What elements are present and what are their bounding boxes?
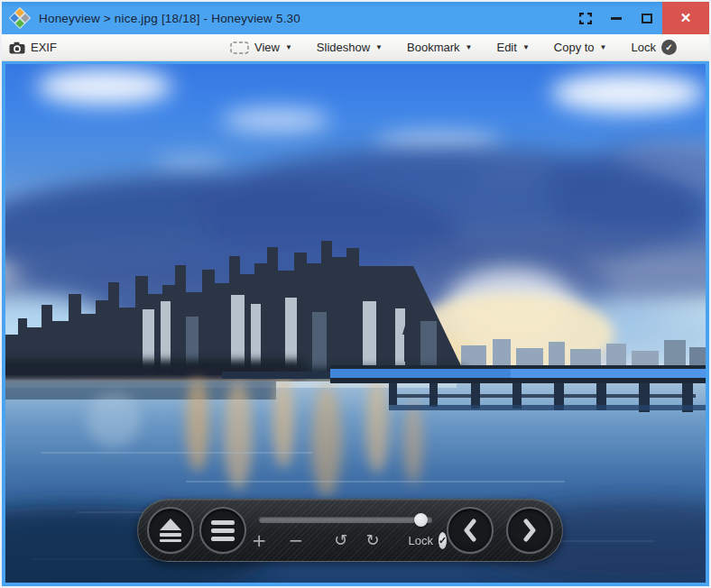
next-image-button[interactable] [506, 507, 553, 554]
menu-copy-to[interactable]: Copy to ▼ [554, 41, 607, 54]
menu-copy-to-label: Copy to [554, 41, 595, 54]
rotate-right-icon: ↻ [365, 530, 379, 549]
chevron-down-icon: ▼ [466, 43, 473, 51]
honeyview-logo-icon [8, 6, 32, 30]
position-slider[interactable] [259, 513, 432, 527]
menu-slideshow[interactable]: Slideshow ▼ [317, 41, 383, 54]
close-icon: ✕ [680, 10, 692, 26]
camera-icon [9, 41, 25, 54]
fullscreen-icon [579, 13, 592, 24]
chevron-down-icon: ▼ [522, 43, 530, 51]
window-title: Honeyview > nice.jpg [18/18] - Honeyview… [39, 12, 300, 25]
window-controls: ✕ [570, 2, 709, 34]
chevron-right-icon [522, 519, 537, 542]
minimize-button[interactable] [601, 2, 632, 34]
position-slider-thumb[interactable] [414, 513, 428, 527]
image-list-button[interactable] [199, 507, 246, 554]
honeyview-window: Honeyview > nice.jpg [18/18] - Honeyview… [0, 0, 711, 588]
control-bar-actions: + − ↺ ↻ Lock ✓ [250, 531, 438, 549]
menu-bookmark[interactable]: Bookmark ▼ [407, 41, 472, 54]
minimize-icon [611, 17, 622, 20]
main-toolbar: EXIF View ▼ Slideshow ▼ Bookmark ▼ Edit … [2, 34, 709, 61]
chevron-down-icon: ▼ [375, 43, 383, 51]
lock-label: Lock [409, 534, 433, 547]
chevron-down-icon: ▼ [285, 43, 292, 51]
rotate-right-button[interactable]: ↻ [356, 531, 388, 549]
maximize-button[interactable] [632, 2, 662, 34]
exif-button[interactable]: EXIF [9, 41, 57, 54]
rotate-left-icon: ↺ [334, 530, 347, 549]
position-slider-track [259, 517, 432, 523]
nav-buttons [447, 507, 553, 554]
zoom-in-button[interactable]: + [241, 531, 278, 549]
eject-icon [160, 519, 181, 530]
fullscreen-button[interactable] [570, 2, 601, 34]
control-bar-middle: + − ↺ ↻ Lock ✓ [246, 511, 441, 549]
menu-edit-label: Edit [496, 41, 516, 54]
chevron-left-icon [463, 519, 477, 542]
menu-view-label: View [254, 41, 280, 54]
zoom-out-icon: − [289, 529, 304, 551]
title-bar: Honeyview > nice.jpg [18/18] - Honeyview… [2, 2, 709, 34]
toolbar-menus: View ▼ Slideshow ▼ Bookmark ▼ Edit ▼ Cop… [230, 40, 697, 55]
hamburger-icon [211, 520, 235, 541]
previous-image-button[interactable] [447, 507, 494, 554]
menu-lock-label: Lock [632, 41, 656, 54]
menu-edit[interactable]: Edit ▼ [496, 41, 529, 54]
menu-view[interactable]: View ▼ [230, 41, 292, 54]
exif-label: EXIF [31, 41, 57, 54]
close-button[interactable]: ✕ [662, 2, 709, 34]
menu-lock[interactable]: Lock ✓ [632, 40, 677, 55]
lock-check-icon: ✓ [661, 40, 677, 55]
menu-slideshow-label: Slideshow [317, 41, 370, 54]
chevron-down-icon: ▼ [600, 43, 607, 51]
zoom-in-icon: + [252, 529, 267, 551]
zoom-out-button[interactable]: − [278, 531, 315, 549]
lock-check-icon: ✓ [439, 535, 447, 547]
lock-toggle-button[interactable]: ✓ [439, 532, 447, 549]
viewer-control-bar: + − ↺ ↻ Lock ✓ [137, 499, 563, 562]
menu-bookmark-label: Bookmark [407, 41, 460, 54]
fit-window-icon [230, 41, 249, 54]
rotate-left-button[interactable]: ↺ [325, 531, 356, 549]
eject-button[interactable] [147, 507, 194, 554]
image-viewer-area: + − ↺ ↻ Lock ✓ [2, 61, 709, 586]
maximize-icon [642, 14, 652, 23]
